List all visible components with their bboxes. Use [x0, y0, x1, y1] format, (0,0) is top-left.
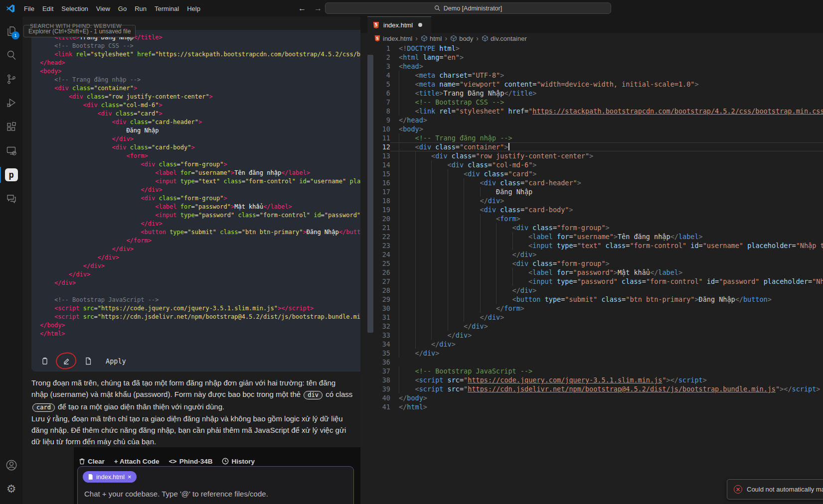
code-line[interactable]: 11 <!-- Trang đăng nhập -->: [360, 133, 823, 142]
source-control-icon[interactable]: [0, 67, 22, 91]
model-selector[interactable]: <> Phind-34B: [168, 457, 212, 465]
indent-guide: [448, 286, 448, 295]
settings-gear-icon[interactable]: ⚙: [0, 477, 22, 501]
code-line[interactable]: 10<body>: [360, 125, 823, 133]
code-line[interactable]: 5 <meta name="viewport" content="width=d…: [360, 80, 823, 89]
new-file-icon[interactable]: [84, 357, 92, 365]
run-debug-icon[interactable]: [0, 91, 22, 115]
code-line[interactable]: 25 <div class="form-group">: [360, 259, 823, 268]
code-line[interactable]: 34 </div>: [360, 340, 823, 349]
editor-code[interactable]: 1<!DOCTYPE html>2<html lang="en">3<head>…: [360, 44, 823, 504]
code-line[interactable]: 37 <!-- Bootstrap JavaScript -->: [360, 367, 823, 376]
code-line[interactable]: 41</html>: [360, 402, 823, 411]
account-icon[interactable]: [0, 453, 22, 477]
code-line[interactable]: 39 <script src="https://cdn.jsdelivr.net…: [360, 384, 823, 393]
chat-input[interactable]: index.html × Chat + your codebase. Type …: [77, 466, 354, 504]
code-line[interactable]: 17 Đăng Nhập: [360, 187, 823, 196]
menu-view[interactable]: View: [92, 3, 114, 14]
menu-go[interactable]: Go: [114, 3, 131, 14]
code-line[interactable]: 31 </div>: [360, 313, 823, 322]
indent-guide: [480, 232, 481, 241]
code-line[interactable]: 19 <div class="card-body">: [360, 205, 823, 214]
indent-guide: [480, 304, 481, 313]
apply-button[interactable]: Apply: [106, 357, 126, 365]
code-line[interactable]: 12 <div class="container">: [360, 142, 823, 151]
breadcrumb-separator-icon: ›: [445, 34, 447, 42]
code-line[interactable]: 23 <input type="text" class="form-contro…: [360, 241, 823, 250]
command-center-search[interactable]: Demo [Administrator]: [325, 2, 611, 14]
remote-explorer-icon[interactable]: [0, 139, 22, 163]
line-number: 4: [360, 71, 390, 80]
code-line[interactable]: 6 <title>Trang Đăng Nhập</title>: [360, 89, 823, 98]
explorer-icon[interactable]: 1: [0, 19, 22, 43]
menu-terminal[interactable]: Terminal: [151, 3, 183, 14]
indent-guide: [415, 277, 416, 286]
copy-icon[interactable]: [40, 357, 48, 365]
code-line[interactable]: 36: [360, 358, 823, 367]
line-number: 12: [360, 142, 390, 151]
code-line[interactable]: 30 </form>: [360, 304, 823, 313]
menu-edit[interactable]: Edit: [38, 3, 57, 14]
line-number: 13: [360, 151, 390, 160]
indent-guide: [496, 223, 496, 232]
code-line[interactable]: 27 <input type="password" class="form-co…: [360, 277, 823, 286]
code-line[interactable]: 2<html lang="en">: [360, 53, 823, 62]
indent-guide: [399, 286, 399, 295]
code-line[interactable]: 1<!DOCTYPE html>: [360, 44, 823, 53]
breadcrumb-item-body[interactable]: body: [450, 35, 473, 42]
code-line[interactable]: 15 <div class="card">: [360, 169, 823, 178]
history-button[interactable]: History: [222, 458, 255, 465]
code-line[interactable]: 9</head>: [360, 116, 823, 125]
indent-guide: [448, 250, 448, 259]
indent-guide: [480, 250, 481, 259]
code-line[interactable]: 16 <div class="card-header">: [360, 178, 823, 187]
menu-selection[interactable]: Selection: [57, 3, 92, 14]
code-line[interactable]: 14 <div class="col-md-6">: [360, 160, 823, 169]
code-line[interactable]: 18 </div>: [360, 196, 823, 205]
extensions-icon[interactable]: [0, 115, 22, 139]
answer-text: Trong đoạn mã trên, chúng ta đã tạo một …: [31, 378, 335, 398]
comments-icon[interactable]: [0, 187, 22, 211]
code-line[interactable]: 26 <label for="password">Mật khẩu</label…: [360, 268, 823, 277]
code-line[interactable]: 20 <form>: [360, 214, 823, 223]
menu-help[interactable]: Help: [183, 3, 204, 14]
code-line[interactable]: 38 <script src="https://code.jquery.com/…: [360, 376, 823, 384]
code-line[interactable]: 24 </div>: [360, 250, 823, 259]
code-line[interactable]: 28 </div>: [360, 286, 823, 295]
breadcrumb-item-div-container[interactable]: div.container: [482, 35, 527, 42]
menu-run[interactable]: Run: [131, 3, 151, 14]
breadcrumb-item-html[interactable]: html: [421, 35, 442, 42]
phind-extension-icon[interactable]: p: [0, 163, 22, 187]
code-line[interactable]: 35 </div>: [360, 349, 823, 358]
code-line[interactable]: 33 </div>: [360, 331, 823, 340]
modified-dot-icon[interactable]: [418, 23, 422, 27]
code-line[interactable]: 7 <!-- Bootstrap CSS -->: [360, 98, 823, 107]
code-line[interactable]: 8 <link rel="stylesheet" href="https://s…: [360, 107, 823, 116]
code-line[interactable]: 21 <div class="form-group">: [360, 223, 823, 232]
clear-button[interactable]: Clear: [79, 458, 105, 465]
indent-guide: [448, 205, 448, 214]
code-line[interactable]: 29 <button type="submit" class="btn btn-…: [360, 295, 823, 304]
back-arrow-icon[interactable]: ←: [298, 4, 306, 13]
attached-file-chip[interactable]: index.html ×: [83, 471, 137, 483]
attach-code-button[interactable]: + Attach Code: [114, 458, 160, 465]
code-line[interactable]: 4 <meta charset="UTF-8">: [360, 71, 823, 80]
indent-guide: [431, 259, 432, 268]
indent-guide: [399, 277, 399, 286]
code-line[interactable]: 13 <div class="row justify-content-cente…: [360, 151, 823, 160]
code-line[interactable]: 22 <label for="username">Tên đăng nhập</…: [360, 232, 823, 241]
panel-code[interactable]: <title>Trang Đăng Nhập</title> <!-- Boot…: [31, 30, 360, 338]
edit-pencil-icon[interactable]: [62, 357, 70, 365]
indent-guide: [431, 178, 432, 187]
line-number: 33: [360, 331, 390, 340]
breadcrumb-item-index-html[interactable]: index.html: [374, 35, 412, 42]
line-number: 29: [360, 295, 390, 304]
code-line[interactable]: 3<head>: [360, 62, 823, 71]
tab-index-html[interactable]: 5 index.html: [367, 16, 431, 33]
code-line[interactable]: 32 </div>: [360, 322, 823, 331]
code-line[interactable]: 40</body>: [360, 393, 823, 402]
forward-arrow-icon[interactable]: →: [314, 4, 322, 13]
search-sidebar-icon[interactable]: [0, 43, 22, 67]
chip-close-icon[interactable]: ×: [128, 473, 132, 481]
menu-file[interactable]: File: [20, 3, 38, 14]
